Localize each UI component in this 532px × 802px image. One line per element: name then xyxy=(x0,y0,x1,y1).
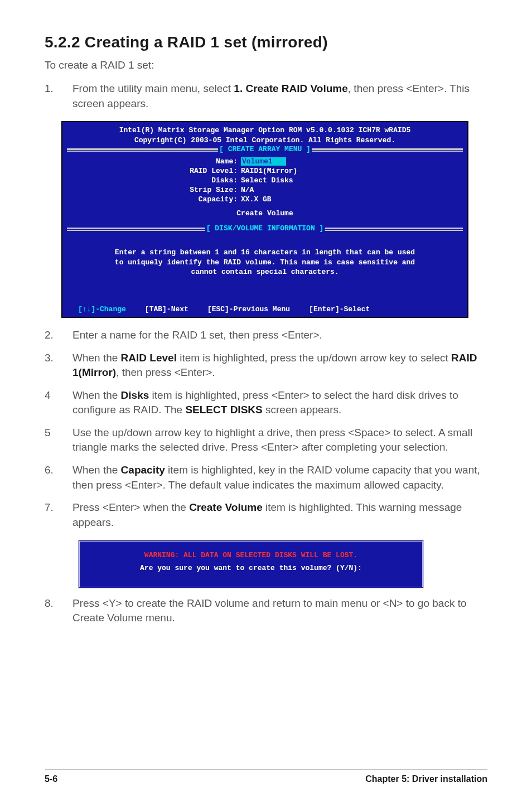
bold-text: Capacity xyxy=(121,464,165,476)
bios-title-1: Intel(R) Matrix Storage Manager Option R… xyxy=(62,125,467,136)
bios-keymap: [↑↓]-Change [TAB]-Next [ESC]-Previous Me… xyxy=(62,302,467,317)
field-label: Name: xyxy=(68,157,241,166)
step-list-2: 2. Enter a name for the RAID 1 set, then… xyxy=(45,328,487,530)
info-line: cannot contain special characters. xyxy=(78,267,452,277)
section-heading: 5.2.2 Creating a RAID 1 set (mirrored) xyxy=(45,33,487,51)
step-8: 8. Press <Y> to create the RAID volume a… xyxy=(45,596,487,626)
step-number: 2. xyxy=(45,328,54,343)
name-input[interactable]: Volume1 xyxy=(241,157,286,166)
text: From the utility main menu, select xyxy=(72,83,234,94)
warning-screenshot: WARNING: ALL DATA ON SELECTED DISKS WILL… xyxy=(78,540,424,588)
field-value: Select Disks xyxy=(241,176,293,185)
bios-screenshot: Intel(R) Matrix Storage Manager Option R… xyxy=(61,121,468,318)
bold-text: SELECT DISKS xyxy=(185,404,262,416)
step-number: 6. xyxy=(45,463,54,478)
text: Use the up/down arrow key to highlight a… xyxy=(72,427,472,453)
text: Enter a name for the RAID 1 set, then pr… xyxy=(72,329,322,341)
separator-label: [ DISK/VOLUME INFORMATION ] xyxy=(205,224,325,233)
text: screen appears. xyxy=(263,404,342,416)
separator: [ DISK/VOLUME INFORMATION ] xyxy=(67,228,463,231)
key-hint: [↑↓]-Change xyxy=(78,305,126,313)
page-footer: 5-6 Chapter 5: Driver installation xyxy=(45,769,487,784)
text: When the xyxy=(72,389,121,401)
step-5: 5 Use the up/down arrow key to highlight… xyxy=(45,426,487,455)
warning-line-2: Are you sure you want to create this vol… xyxy=(91,562,411,574)
intro-text: To create a RAID 1 set: xyxy=(45,59,487,71)
key-hint: [ESC]-Previous Menu xyxy=(207,305,290,313)
text: item is highlighted, press the up/down a… xyxy=(177,352,451,364)
step-3: 3. When the RAID Level item is highlight… xyxy=(45,351,487,380)
field-label: RAID Level: xyxy=(68,167,241,175)
step-list-1: 1. From the utility main menu, select 1.… xyxy=(45,81,487,111)
step-number: 7. xyxy=(45,500,54,515)
text: When the xyxy=(72,352,121,364)
info-line: Enter a string between 1 and 16 characte… xyxy=(78,248,452,258)
step-2: 2. Enter a name for the RAID 1 set, then… xyxy=(45,328,487,343)
create-array-menu: Name:Volume1 RAID Level:RAID1(Mirror) Di… xyxy=(62,152,467,228)
step-7: 7. Press <Enter> when the Create Volume … xyxy=(45,500,487,530)
field-value: N/A xyxy=(241,186,254,194)
bold-text: 1. Create RAID Volume xyxy=(234,83,347,94)
chapter-title: Chapter 5: Driver installation xyxy=(365,774,487,784)
step-6: 6. When the Capacity item is highlighted… xyxy=(45,463,487,492)
bold-text: Disks xyxy=(121,389,149,401)
step-1: 1. From the utility main menu, select 1.… xyxy=(45,81,487,111)
page-number: 5-6 xyxy=(45,774,57,784)
key-hint: [TAB]-Next xyxy=(145,305,188,313)
warning-line-1: WARNING: ALL DATA ON SELECTED DISKS WILL… xyxy=(91,549,411,562)
step-number: 4 xyxy=(45,388,51,403)
step-number: 8. xyxy=(45,596,54,611)
step-list-3: 8. Press <Y> to create the RAID volume a… xyxy=(45,596,487,626)
bold-text: RAID Level xyxy=(121,352,177,364)
step-4: 4 When the Disks item is highlighted, pr… xyxy=(45,388,487,418)
bios-header: Intel(R) Matrix Storage Manager Option R… xyxy=(62,122,467,148)
field-label: Capacity: xyxy=(68,195,241,204)
bold-text: Create Volume xyxy=(189,501,263,513)
field-label: Disks: xyxy=(68,176,241,185)
create-volume-action: Create Volume xyxy=(68,209,462,218)
text: , then press <Enter>. xyxy=(116,366,215,378)
text: Press <Enter> when the xyxy=(72,501,189,513)
separator: [ CREATE ARRAY MENU ] xyxy=(67,148,463,152)
field-label: Strip Size: xyxy=(68,186,241,194)
key-hint: [Enter]-Select xyxy=(309,305,370,313)
bios-title-2: Copyright(C) 2003-05 Intel Corporation. … xyxy=(62,136,467,146)
step-number: 3. xyxy=(45,351,54,366)
step-number: 1. xyxy=(45,81,54,96)
separator-label: [ CREATE ARRAY MENU ] xyxy=(218,145,312,153)
info-line: to uniquely identify the RAID volume. Th… xyxy=(78,258,452,268)
text: When the xyxy=(72,464,121,476)
step-number: 5 xyxy=(45,426,51,441)
text: Press <Y> to create the RAID volume and … xyxy=(72,597,467,624)
disk-volume-info: Enter a string between 1 and 16 characte… xyxy=(62,231,467,302)
field-value: RAID1(Mirror) xyxy=(241,167,297,175)
field-value: XX.X GB xyxy=(241,195,272,204)
